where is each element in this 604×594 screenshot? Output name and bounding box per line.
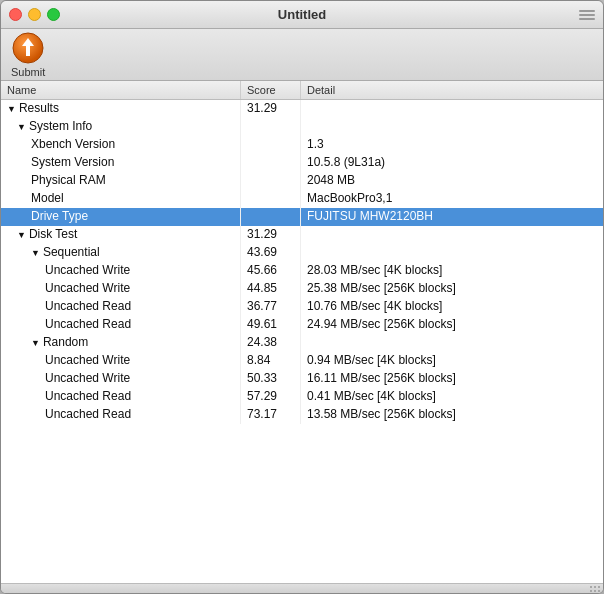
row-name: Model [1,190,241,208]
table-row[interactable]: Uncached Write50.3316.11 MB/sec [256K bl… [1,370,603,388]
row-detail [301,334,603,352]
triangle-icon: ▼ [31,338,40,348]
triangle-icon: ▼ [31,248,40,258]
row-name: Uncached Read [1,388,241,406]
row-name: Uncached Write [1,262,241,280]
row-detail: 0.41 MB/sec [4K blocks] [301,388,603,406]
toolbar: Submit [1,29,603,81]
submit-button[interactable]: Submit [11,32,45,78]
row-score: 57.29 [241,388,301,406]
row-name: Uncached Read [1,406,241,424]
row-name: Physical RAM [1,172,241,190]
row-score: 49.61 [241,316,301,334]
row-name: ▼Results [1,100,241,118]
row-detail: 1.3 [301,136,603,154]
row-detail: 13.58 MB/sec [256K blocks] [301,406,603,424]
table-row[interactable]: Uncached Write44.8525.38 MB/sec [256K bl… [1,280,603,298]
triangle-icon: ▼ [17,122,26,132]
resize-handle[interactable] [1,583,603,593]
table-row[interactable]: Uncached Read73.1713.58 MB/sec [256K blo… [1,406,603,424]
table-row[interactable]: Uncached Read49.6124.94 MB/sec [256K blo… [1,316,603,334]
row-name: Uncached Read [1,316,241,334]
row-detail [301,118,603,136]
table-row[interactable]: ▼System Info [1,118,603,136]
triangle-icon: ▼ [7,104,16,114]
resize-icon [579,10,595,20]
row-name: Uncached Read [1,298,241,316]
row-score [241,118,301,136]
table-row[interactable]: Xbench Version1.3 [1,136,603,154]
table-row[interactable]: ▼Results31.29 [1,100,603,118]
row-detail: FUJITSU MHW2120BH [301,208,603,226]
row-detail [301,100,603,118]
row-name: ▼Random [1,334,241,352]
table-row[interactable]: Uncached Write8.840.94 MB/sec [4K blocks… [1,352,603,370]
row-score: 50.33 [241,370,301,388]
row-name: Uncached Write [1,352,241,370]
table-row[interactable]: ▼Sequential43.69 [1,244,603,262]
table-row[interactable]: Uncached Read57.290.41 MB/sec [4K blocks… [1,388,603,406]
row-score: 45.66 [241,262,301,280]
row-name: ▼Disk Test [1,226,241,244]
row-detail [301,244,603,262]
row-detail: 16.11 MB/sec [256K blocks] [301,370,603,388]
row-score: 31.29 [241,226,301,244]
row-score [241,190,301,208]
triangle-icon: ▼ [17,230,26,240]
row-score [241,208,301,226]
table-row[interactable]: ▼Disk Test31.29 [1,226,603,244]
row-detail: MacBookPro3,1 [301,190,603,208]
table-row[interactable]: Physical RAM2048 MB [1,172,603,190]
row-score: 44.85 [241,280,301,298]
minimize-button[interactable] [28,8,41,21]
maximize-button[interactable] [47,8,60,21]
header-detail: Detail [301,81,603,99]
row-detail: 25.38 MB/sec [256K blocks] [301,280,603,298]
row-score: 24.38 [241,334,301,352]
table-row[interactable]: Uncached Write45.6628.03 MB/sec [4K bloc… [1,262,603,280]
row-score [241,154,301,172]
submit-icon [12,32,44,64]
table-row[interactable]: Uncached Read36.7710.76 MB/sec [4K block… [1,298,603,316]
table-row[interactable]: System Version10.5.8 (9L31a) [1,154,603,172]
row-score: 73.17 [241,406,301,424]
row-score [241,136,301,154]
window-controls [9,8,60,21]
row-name: ▼System Info [1,118,241,136]
row-detail: 10.76 MB/sec [4K blocks] [301,298,603,316]
row-score: 36.77 [241,298,301,316]
row-score: 31.29 [241,100,301,118]
row-name: ▼Sequential [1,244,241,262]
row-name: Uncached Write [1,370,241,388]
row-name: Drive Type [1,208,241,226]
row-name: System Version [1,154,241,172]
main-window: Untitled Submit Name [0,0,604,594]
row-detail: 10.5.8 (9L31a) [301,154,603,172]
submit-label: Submit [11,66,45,78]
window-title: Untitled [278,7,326,22]
header-score: Score [241,81,301,99]
table-header: Name Score Detail [1,81,603,100]
row-detail: 28.03 MB/sec [4K blocks] [301,262,603,280]
resize-grip [589,585,601,593]
row-score: 43.69 [241,244,301,262]
titlebar: Untitled [1,1,603,29]
close-button[interactable] [9,8,22,21]
header-name: Name [1,81,241,99]
row-detail: 2048 MB [301,172,603,190]
row-score: 8.84 [241,352,301,370]
row-detail [301,226,603,244]
row-detail: 24.94 MB/sec [256K blocks] [301,316,603,334]
table-row[interactable]: Drive TypeFUJITSU MHW2120BH [1,208,603,226]
row-score [241,172,301,190]
row-detail: 0.94 MB/sec [4K blocks] [301,352,603,370]
row-name: Xbench Version [1,136,241,154]
row-name: Uncached Write [1,280,241,298]
table-row[interactable]: ▼Random24.38 [1,334,603,352]
table-content[interactable]: ▼Results31.29▼System InfoXbench Version1… [1,100,603,583]
table-row[interactable]: ModelMacBookPro3,1 [1,190,603,208]
